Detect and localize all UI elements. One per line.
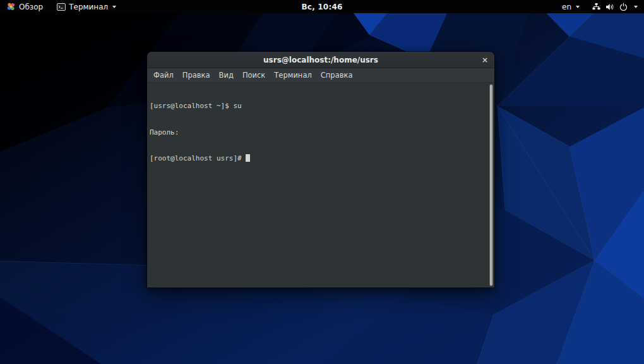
terminal-window: usrs@localhost:/home/usrs × Файл Правка … bbox=[147, 52, 494, 288]
menu-bar: Файл Правка Вид Поиск Терминал Справка bbox=[147, 68, 494, 83]
terminal-line: [usrs@localhost ~]$ su bbox=[150, 102, 486, 111]
volume-icon bbox=[605, 3, 614, 11]
activities-button[interactable]: Обзор bbox=[4, 0, 45, 13]
network-wired-icon bbox=[592, 3, 600, 10]
keyboard-layout-label: en bbox=[562, 3, 571, 11]
terminal-prompt: [root@localhost usrs]# bbox=[150, 154, 246, 162]
terminal-scrollbar[interactable] bbox=[488, 83, 494, 287]
system-menu-button[interactable] bbox=[590, 0, 640, 13]
keyboard-layout-button[interactable]: en bbox=[560, 0, 581, 13]
activities-label: Обзор bbox=[19, 3, 43, 11]
app-menu-button[interactable]: Терминал bbox=[55, 0, 118, 13]
distro-logo-icon bbox=[6, 2, 16, 11]
menu-view[interactable]: Вид bbox=[215, 71, 238, 80]
clock-button[interactable]: Вс, 10:46 bbox=[302, 3, 343, 11]
app-menu-label: Терминал bbox=[69, 3, 108, 11]
terminal-line: [root@localhost usrs]# bbox=[150, 154, 486, 163]
chevron-down-icon bbox=[112, 6, 116, 8]
menu-search[interactable]: Поиск bbox=[238, 71, 270, 80]
window-title: usrs@localhost:/home/usrs bbox=[263, 56, 378, 64]
chevron-down-icon bbox=[576, 6, 580, 8]
terminal-cursor bbox=[246, 154, 250, 162]
chevron-down-icon bbox=[634, 6, 638, 8]
scrollbar-thumb[interactable] bbox=[489, 84, 493, 286]
menu-file[interactable]: Файл bbox=[149, 71, 178, 80]
desktop: Обзор Терминал Вс, 10:46 en bbox=[0, 0, 644, 364]
menu-edit[interactable]: Правка bbox=[178, 71, 215, 80]
terminal-app-icon bbox=[57, 3, 66, 11]
menu-help[interactable]: Справка bbox=[316, 71, 357, 80]
top-bar: Обзор Терминал Вс, 10:46 en bbox=[0, 0, 644, 13]
terminal-content[interactable]: [usrs@localhost ~]$ su Пароль: [root@loc… bbox=[147, 83, 494, 288]
power-icon bbox=[619, 3, 628, 11]
menu-terminal[interactable]: Терминал bbox=[270, 71, 316, 80]
close-button[interactable]: × bbox=[480, 56, 490, 64]
terminal-line: Пароль: bbox=[150, 128, 486, 137]
window-titlebar[interactable]: usrs@localhost:/home/usrs × bbox=[147, 52, 494, 68]
